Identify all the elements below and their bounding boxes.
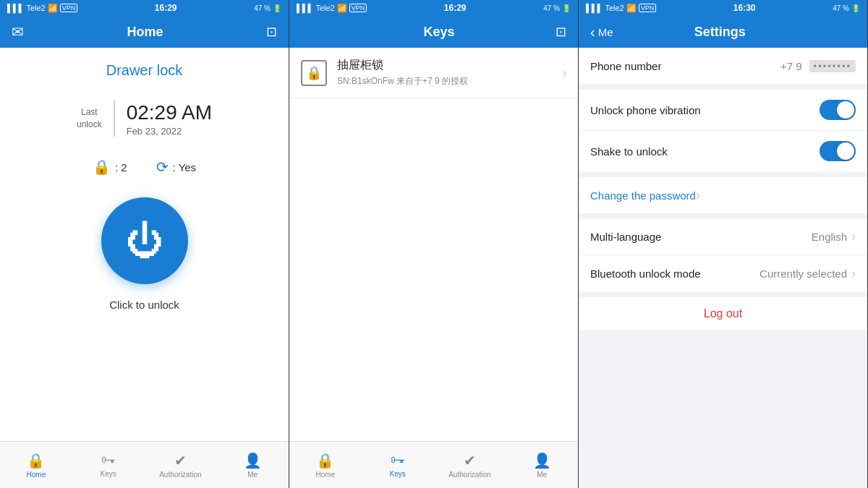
misc-section: Multi-language English › Bluetooth unloc… (579, 219, 867, 291)
bluetooth-unlock-value: Currently selected (760, 267, 847, 280)
shake-to-unlock-toggle[interactable] (820, 141, 856, 161)
back-button[interactable]: ‹ Me (590, 24, 613, 40)
carrier-label-keys: Tele2 (315, 4, 334, 12)
bluetooth-unlock-chevron-icon: › (851, 266, 856, 281)
status-bar-settings: ▌▌▌ Tele2 📶 VPN 16:30 47 % 🔋 (579, 0, 867, 16)
tab-home-keys[interactable]: 🔒 Home (289, 448, 362, 483)
sync-stat: ⟳ : Yes (156, 158, 197, 176)
status-left: ▌▌▌ Tele2 📶 VPN (7, 4, 77, 13)
keys-list: 🔒 抽屉柜锁 SN:B1skOnFw 来自于+7 9 的授权 › (289, 48, 578, 441)
last-unlock-section: Lastunlock 02:29 AM Feb 23, 2022 (77, 100, 212, 137)
status-left-settings: ▌▌▌ Tele2 📶 VPN (586, 4, 656, 13)
home-nav-bar: ✉ Home ⊡ (0, 16, 289, 48)
tab-authorization[interactable]: ✔ Authorization (145, 448, 217, 483)
shield-tab-icon: ✔ (174, 452, 187, 469)
keys-title: Keys (423, 25, 454, 40)
logout-label: Log out (704, 307, 742, 320)
time-settings: 16:30 (733, 3, 756, 13)
phone-number-section: Phone number +7 9 •••••••• (579, 48, 867, 84)
key-name: 抽屉柜锁 (337, 58, 563, 73)
back-chevron-icon: ‹ (590, 24, 595, 40)
tab-authorization-keys[interactable]: ✔ Authorization (434, 448, 506, 483)
key-tab-icon: 🗝 (101, 452, 116, 468)
battery-icon-settings: 🔋 (851, 4, 860, 12)
multi-language-chevron-icon: › (851, 229, 856, 244)
toggles-section: Unlock phone vibration Shake to unlock (579, 90, 867, 171)
status-bar-home: ▌▌▌ Tele2 📶 VPN 16:29 47 % 🔋 (0, 0, 289, 16)
lock-count-icon: 🔒 (93, 158, 111, 176)
status-bar-keys: ▌▌▌ Tele2 📶 VPN 16:29 47 % 🔋 (289, 0, 578, 16)
wifi-icon-keys: 📶 (337, 4, 347, 13)
phone-number-label: Phone number (590, 60, 780, 72)
lock-icon: 🔒 (306, 65, 322, 81)
lock-count-stat: 🔒 : 2 (93, 158, 127, 176)
settings-panel: ▌▌▌ Tele2 📶 VPN 16:30 47 % 🔋 ‹ Me Settin… (579, 0, 868, 488)
drawer-lock-title: Drawer lock (106, 62, 183, 79)
unlock-vibration-row: Unlock phone vibration (579, 90, 867, 131)
tab-home-label: Home (27, 471, 46, 479)
battery-label-keys: 47 % (543, 4, 560, 12)
logout-row[interactable]: Log out (579, 297, 867, 330)
status-right-keys: 47 % 🔋 (543, 4, 571, 12)
home-content: Drawer lock Lastunlock 02:29 AM Feb 23, … (0, 48, 289, 441)
tab-authorization-label-keys: Authorization (448, 471, 490, 479)
time-display: 16:29 (155, 3, 177, 13)
power-icon: ⏻ (126, 222, 163, 260)
key-chevron-icon: › (563, 67, 566, 80)
tab-me-label-keys: Me (537, 471, 547, 479)
stats-row: 🔒 : 2 ⟳ : Yes (93, 158, 196, 176)
wifi-icon-settings: 📶 (626, 4, 637, 13)
bluetooth-unlock-label: Bluetooth unlock mode (590, 267, 760, 280)
shake-to-unlock-row: Shake to unlock (579, 131, 867, 171)
vpn-badge: VPN (60, 4, 78, 12)
carrier-label: Tele2 (26, 4, 45, 12)
home-tab-bar: 🔒 Home 🗝 Keys ✔ Authorization 👤 Me (0, 441, 289, 488)
last-unlock-date: Feb 23, 2022 (127, 126, 212, 137)
change-password-row[interactable]: Change the password › (579, 177, 867, 213)
signal-icon: ▌▌▌ (7, 4, 24, 12)
phone-number-blur: •••••••• (809, 60, 856, 72)
last-unlock-time-block: 02:29 AM Feb 23, 2022 (127, 101, 212, 137)
logout-section: Log out (579, 297, 867, 330)
settings-content: Phone number +7 9 •••••••• Unlock phone … (579, 48, 867, 488)
keys-nav-bar: Keys ⊡ (289, 16, 578, 48)
person-tab-icon: 👤 (244, 452, 262, 469)
multi-language-row[interactable]: Multi-language English › (579, 219, 867, 255)
lock-count-value: : 2 (115, 161, 127, 174)
phone-number-value: +7 9 (780, 60, 802, 72)
lock-tab-icon: 🔒 (27, 452, 45, 469)
tab-me-keys[interactable]: 👤 Me (506, 448, 578, 483)
shake-to-unlock-label: Shake to unlock (590, 145, 820, 158)
tab-home-label-keys: Home (316, 471, 336, 479)
time-keys: 16:29 (444, 3, 467, 13)
mail-icon[interactable]: ✉ (12, 23, 24, 40)
change-password-section: Change the password › (579, 177, 867, 213)
shield-tab-icon-keys: ✔ (464, 452, 476, 469)
scan-icon-keys[interactable]: ⊡ (556, 24, 566, 40)
key-tab-icon-keys: 🗝 (391, 452, 405, 468)
key-item-0[interactable]: 🔒 抽屉柜锁 SN:B1skOnFw 来自于+7 9 的授权 › (289, 48, 578, 98)
settings-nav-bar: ‹ Me Settings (579, 16, 867, 48)
tab-keys-keys[interactable]: 🗝 Keys (362, 448, 434, 482)
person-tab-icon-keys: 👤 (533, 452, 551, 469)
tab-home[interactable]: 🔒 Home (0, 448, 72, 483)
carrier-label-settings: Tele2 (605, 4, 624, 12)
bluetooth-unlock-row[interactable]: Bluetooth unlock mode Currently selected… (579, 255, 867, 291)
sync-icon: ⟳ (156, 158, 169, 176)
tab-me[interactable]: 👤 Me (216, 448, 289, 483)
unlock-vibration-label: Unlock phone vibration (590, 104, 820, 116)
tab-keys-label-keys: Keys (390, 470, 406, 478)
sync-value: : Yes (173, 161, 197, 174)
unlock-vibration-toggle[interactable] (820, 100, 856, 120)
home-title: Home (127, 25, 163, 40)
vpn-badge-keys: VPN (349, 4, 367, 12)
tab-keys[interactable]: 🗝 Keys (72, 448, 145, 482)
status-left-keys: ▌▌▌ Tele2 📶 VPN (297, 4, 367, 13)
key-info: 抽屉柜锁 SN:B1skOnFw 来自于+7 9 的授权 (337, 58, 563, 87)
unlock-button[interactable]: ⏻ (101, 197, 188, 284)
last-unlock-label: Lastunlock (77, 106, 102, 131)
settings-title: Settings (694, 25, 746, 40)
scan-icon[interactable]: ⊡ (266, 24, 277, 40)
key-lock-icon: 🔒 (301, 60, 327, 86)
tab-authorization-label: Authorization (159, 471, 201, 479)
